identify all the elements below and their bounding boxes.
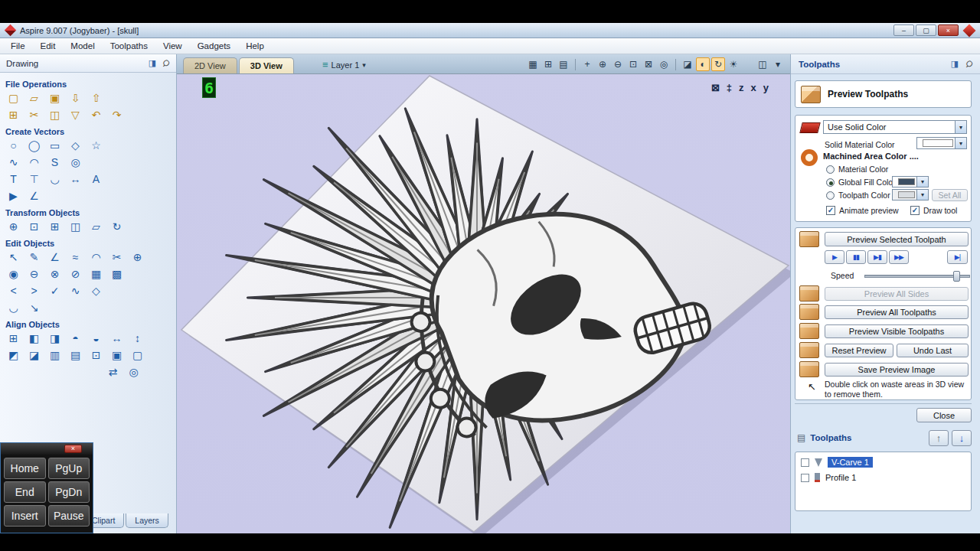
sharpen-polyline-icon[interactable]: >	[26, 283, 42, 298]
global-fill-color-picker[interactable]: ▾	[892, 176, 929, 187]
key-pgup[interactable]: PgUp	[48, 458, 90, 479]
offset-vectors-icon[interactable]: ≈	[67, 249, 83, 264]
run-to-end-button[interactable]: ▶▶	[889, 250, 909, 264]
mirror-icon[interactable]: ◫	[67, 219, 83, 233]
zoom-out-icon[interactable]: ⊖	[611, 57, 625, 71]
align-center-material-icon[interactable]: ⊞	[5, 331, 21, 345]
draw-curve-icon[interactable]: ∿	[5, 155, 21, 169]
draw-spiral-icon[interactable]: ◎	[67, 155, 83, 169]
open-file-icon[interactable]: ▱	[26, 90, 42, 105]
toolpath-name[interactable]: Profile 1	[825, 473, 856, 482]
keypad-close-button[interactable]: ×	[64, 445, 82, 453]
mirror-horizontal-icon[interactable]: ▥	[47, 347, 63, 362]
subtract-vectors-icon[interactable]: ⊖	[26, 266, 42, 281]
draw-tool-checkbox[interactable]: ✓ Draw tool	[910, 206, 957, 215]
slice-vectors-icon[interactable]: ⊘	[67, 266, 83, 281]
undo-icon[interactable]: ↶	[88, 107, 104, 122]
undo-last-button[interactable]: Undo Last	[897, 344, 969, 357]
new-file-icon[interactable]: ▢	[5, 90, 21, 105]
toggle-wireframe-icon[interactable]: ◪	[681, 57, 694, 71]
menu-edit[interactable]: Edit	[33, 39, 64, 53]
align-center-icon[interactable]: ⊞	[47, 219, 63, 233]
toolbar-options-icon[interactable]: ▾	[771, 57, 785, 71]
rotate-view-icon[interactable]: ↻	[711, 57, 725, 71]
toggle-shading-icon[interactable]: ◐	[696, 57, 710, 71]
save-preview-image-button[interactable]: Save Preview Image	[825, 363, 969, 377]
space-vertical-icon[interactable]: ↕	[129, 331, 145, 345]
menu-toolpaths[interactable]: Toolpaths	[103, 39, 155, 53]
cut-icon[interactable]: ✂	[26, 107, 42, 122]
align-bottom-icon[interactable]: ◒	[88, 331, 104, 345]
toolpath-visibility-checkbox[interactable]	[801, 458, 809, 467]
measure-icon[interactable]: ∠	[47, 249, 63, 264]
solid-material-color-picker[interactable]: ▾	[916, 137, 967, 149]
dock-drawing-panel-icon[interactable]: ◨	[147, 58, 158, 68]
import-vectors-icon[interactable]: ⇩	[67, 90, 83, 105]
extend-vectors-icon[interactable]: ↘	[26, 300, 42, 315]
pin-toolpaths-panel-icon[interactable]: Ϙ	[962, 57, 976, 71]
pause-button[interactable]: ▮▮	[846, 250, 866, 264]
axis-x-icon[interactable]: x	[751, 82, 756, 93]
keypad-titlebar[interactable]: ×	[1, 443, 93, 455]
toolpath-color-picker[interactable]: ▾	[892, 189, 929, 201]
save-file-icon[interactable]: ▣	[47, 90, 63, 105]
create-outline-icon[interactable]: ◇	[88, 283, 104, 298]
draw-circle-icon[interactable]: ○	[5, 138, 21, 152]
group-objects-icon[interactable]: ▣	[109, 347, 125, 362]
axis-z-icon[interactable]: z	[739, 82, 744, 93]
skip-to-end-button[interactable]: ▶|	[947, 250, 968, 264]
draw-ellipse-icon[interactable]: ◯	[26, 138, 42, 152]
tab-3d-view[interactable]: 3D View	[239, 57, 294, 73]
toolpath-row[interactable]: Profile 1	[795, 470, 971, 485]
toolpath-name[interactable]: V-Carve 1	[828, 457, 873, 468]
zoom-window-icon[interactable]: ⊡	[626, 57, 640, 71]
text-spacing-icon[interactable]: ↔	[67, 171, 83, 186]
text-abc-icon[interactable]: A	[88, 171, 104, 186]
trace-bitmap-icon[interactable]: ▶	[5, 188, 21, 203]
align-top-icon[interactable]: ◓	[67, 331, 83, 345]
material-color-radio[interactable]: Material Color	[826, 165, 888, 174]
zoom-in-icon[interactable]: ⊕	[596, 57, 609, 71]
paste-icon[interactable]: ▽	[67, 107, 83, 122]
fit-curves-icon[interactable]: ∿	[67, 283, 83, 298]
text-on-curve-icon[interactable]: ◡	[47, 171, 63, 186]
pan-view-icon[interactable]: +	[580, 57, 594, 71]
arc-fit-icon[interactable]: ◡	[5, 300, 21, 315]
view-fit-icon[interactable]: ⊠	[711, 82, 720, 93]
draw-arc-icon[interactable]: ◠	[26, 155, 42, 169]
preview-selected-toolpath-button[interactable]: Preview Selected Toolpath	[825, 232, 969, 246]
key-home[interactable]: Home	[4, 458, 46, 479]
dock-toolpaths-panel-icon[interactable]: ◨	[949, 59, 960, 69]
key-end[interactable]: End	[4, 481, 46, 503]
zoom-objects-icon[interactable]: ◎	[126, 364, 142, 379]
draw-dimension-icon[interactable]: ∠	[26, 188, 42, 203]
preview-visible-toolpaths-button[interactable]: Preview Visible Toolpaths	[825, 324, 969, 338]
weld-vectors-icon[interactable]: ◉	[5, 266, 21, 281]
preview-all-sides-button[interactable]: Preview All Sides	[825, 287, 969, 301]
join-vectors-icon[interactable]: ⊕	[129, 249, 145, 264]
toggle-grid-icon[interactable]: ▤	[557, 57, 570, 71]
align-inside-right-icon[interactable]: ◪	[26, 347, 42, 362]
menu-view[interactable]: View	[155, 39, 190, 53]
center-in-page-icon[interactable]: ⊡	[88, 347, 104, 362]
menu-model[interactable]: Model	[63, 39, 102, 53]
copy-icon[interactable]: ◫	[47, 107, 63, 122]
menu-help[interactable]: Help	[238, 39, 272, 53]
reset-preview-button[interactable]: Reset Preview	[825, 344, 893, 357]
toolpath-visibility-checkbox[interactable]	[801, 474, 809, 482]
draw-rectangle-icon[interactable]: ▭	[47, 138, 63, 152]
zoom-extents-icon[interactable]: ⊠	[642, 57, 655, 71]
toolpath-row[interactable]: V-Carve 1	[795, 455, 971, 470]
solid-color-dropdown[interactable]: Use Solid Color ▾	[823, 120, 967, 134]
align-left-icon[interactable]: ◧	[26, 331, 42, 345]
intersect-vectors-icon[interactable]: ⊗	[47, 266, 63, 281]
nudge-tool-icon[interactable]: ⇄	[105, 364, 121, 379]
block-copy-icon[interactable]: ▩	[109, 266, 125, 281]
menu-file[interactable]: File	[3, 39, 33, 53]
tab-layers[interactable]: Layers	[126, 514, 168, 528]
job-setup-icon[interactable]: ⊞	[5, 107, 21, 122]
key-pause[interactable]: Pause	[48, 505, 90, 527]
set-lighting-icon[interactable]: ☀	[727, 57, 740, 71]
trim-vectors-icon[interactable]: ✂	[109, 249, 125, 264]
menu-gadgets[interactable]: Gadgets	[190, 39, 238, 53]
